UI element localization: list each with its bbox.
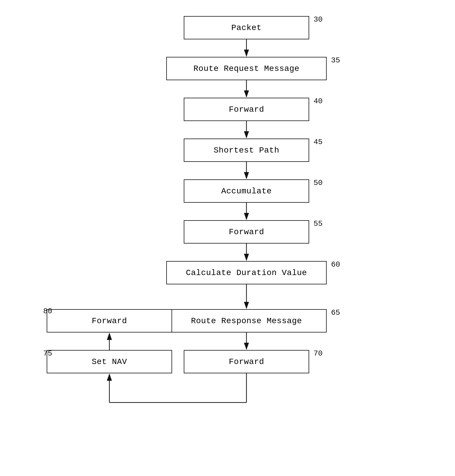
box-route-request: Route Request Message xyxy=(166,57,327,80)
box-forward4-label: Forward xyxy=(92,316,127,326)
ref-80: 80 xyxy=(43,307,52,316)
box-forward1-label: Forward xyxy=(229,105,264,114)
box-shortest-path: Shortest Path xyxy=(184,139,309,162)
ref-40: 40 xyxy=(314,97,323,106)
box-packet-label: Packet xyxy=(231,23,262,32)
box-forward1: Forward xyxy=(184,98,309,121)
box-forward2-label: Forward xyxy=(229,228,264,237)
box-calc-duration: Calculate Duration Value xyxy=(166,261,327,284)
ref-30: 30 xyxy=(314,15,323,24)
box-accumulate-label: Accumulate xyxy=(221,187,272,196)
ref-60: 60 xyxy=(331,260,340,269)
box-shortest-path-label: Shortest Path xyxy=(214,146,279,155)
ref-55: 55 xyxy=(314,219,323,228)
box-calc-duration-label: Calculate Duration Value xyxy=(186,268,307,277)
box-packet: Packet xyxy=(184,16,309,39)
box-forward4: Forward xyxy=(47,309,172,332)
ref-75: 75 xyxy=(43,349,52,358)
box-set-nav-label: Set NAV xyxy=(92,357,127,366)
box-route-request-label: Route Request Message xyxy=(193,64,299,73)
box-forward2: Forward xyxy=(184,220,309,244)
box-forward3-label: Forward xyxy=(229,357,264,366)
box-accumulate: Accumulate xyxy=(184,179,309,203)
ref-35: 35 xyxy=(331,56,340,65)
ref-50: 50 xyxy=(314,178,323,187)
box-route-response-label: Route Response Message xyxy=(191,316,302,326)
diagram-container: Packet 30 Route Request Message 35 Forwa… xyxy=(0,0,455,476)
box-set-nav: Set NAV xyxy=(47,350,172,373)
ref-45: 45 xyxy=(314,138,323,146)
box-forward3: Forward xyxy=(184,350,309,373)
box-route-response: Route Response Message xyxy=(166,309,327,332)
ref-65: 65 xyxy=(331,308,340,317)
ref-70: 70 xyxy=(314,349,323,358)
